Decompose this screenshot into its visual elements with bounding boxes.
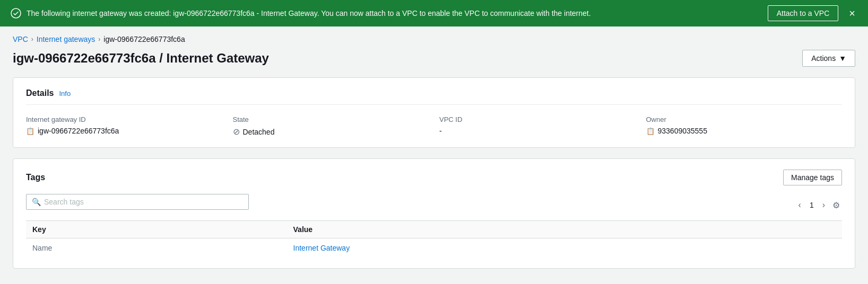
breadcrumb-internet-gateways[interactable]: Internet gateways [37,35,96,43]
owner-label: Owner [646,116,843,123]
col-key: Key [26,221,287,238]
details-grid: Internet gateway ID 📋 igw-0966722e66773f… [26,116,842,137]
search-bar: 🔍 [26,194,249,210]
tags-table: Key Value NameInternet Gateway [26,220,842,258]
page-content: VPC › Internet gateways › igw-0966722e66… [0,26,868,284]
breadcrumb-vpc[interactable]: VPC [13,35,28,43]
actions-label: Actions [811,54,836,63]
tag-key-cell: Name [26,238,287,258]
details-card: Details Info Internet gateway ID 📋 igw-0… [13,77,855,148]
svg-point-0 [11,8,21,18]
tags-controls: 🔍 ‹ 1 › ⚙ [26,194,842,216]
detail-vpc-id: VPC ID - [439,116,636,137]
col-value: Value [287,221,842,238]
breadcrumb-sep-2: › [98,36,100,43]
page-title: igw-0966722e66773fc6a / Internet Gateway [13,51,269,66]
success-banner: The following internet gateway was creat… [0,0,868,26]
table-settings-button[interactable]: ⚙ [830,199,842,211]
tags-title: Tags [26,173,45,182]
breadcrumb-sep-1: › [31,36,33,43]
detail-owner: Owner 📋 933609035555 [646,116,843,137]
tag-value-link[interactable]: Internet Gateway [293,244,350,252]
tags-card: Tags Manage tags 🔍 ‹ 1 › ⚙ Key Value [13,158,855,269]
state-value: ⊘ Detached [233,127,429,137]
state-label: State [233,116,429,123]
details-info-link[interactable]: Info [59,90,71,97]
prev-page-button[interactable]: ‹ [796,199,803,211]
search-icon: 🔍 [32,198,41,206]
page-number: 1 [806,200,817,210]
table-row: NameInternet Gateway [26,238,842,258]
banner-content: The following internet gateway was creat… [11,8,768,19]
breadcrumb-current: igw-0966722e66773fc6a [103,35,185,43]
owner-value: 📋 933609035555 [646,127,843,135]
close-banner-button[interactable]: × [847,8,857,19]
pagination: ‹ 1 › ⚙ [796,199,842,211]
vpc-id-value: - [439,127,636,135]
tag-value-cell: Internet Gateway [287,238,842,258]
detail-state: State ⊘ Detached [233,116,429,137]
tags-table-header: Key Value [26,221,842,238]
detail-gateway-id: Internet gateway ID 📋 igw-0966722e66773f… [26,116,222,137]
actions-button[interactable]: Actions ▼ [802,50,855,67]
tags-card-header: Tags Manage tags [26,170,842,185]
details-card-header: Details Info [26,88,842,105]
copy-owner-icon[interactable]: 📋 [646,127,655,135]
banner-text: The following internet gateway was creat… [27,9,591,17]
breadcrumb: VPC › Internet gateways › igw-0966722e66… [13,35,855,43]
details-title: Details [26,88,54,98]
copy-gateway-icon[interactable]: 📋 [26,127,34,135]
vpc-id-label: VPC ID [439,116,636,123]
attach-vpc-button[interactable]: Attach to a VPC [768,5,839,21]
page-title-row: igw-0966722e66773fc6a / Internet Gateway… [13,50,855,67]
manage-tags-button[interactable]: Manage tags [783,170,842,185]
next-page-button[interactable]: › [820,199,827,211]
gateway-id-value: 📋 igw-0966722e66773fc6a [26,127,222,135]
search-tags-input[interactable] [44,198,243,206]
tags-table-body: NameInternet Gateway [26,238,842,258]
success-icon [11,8,21,19]
gateway-id-label: Internet gateway ID [26,116,222,123]
detached-icon: ⊘ [233,127,240,137]
actions-chevron-icon: ▼ [839,54,846,63]
